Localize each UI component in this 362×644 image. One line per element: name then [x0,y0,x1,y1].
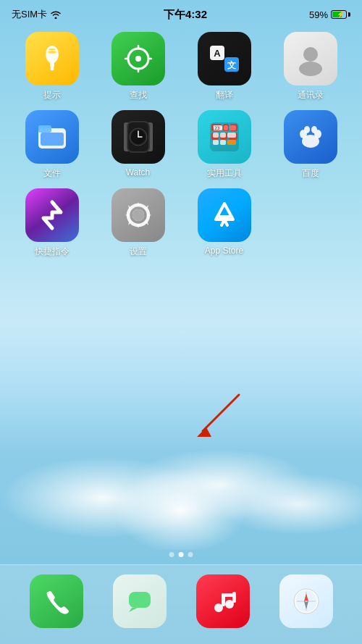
reminders-icon [25,32,79,85]
battery-icon: ⚡ [331,10,350,19]
page-dot-1 [169,552,174,557]
app-empty [267,188,353,258]
utilities-label: 实用工具 [207,167,242,180]
phone-icon [30,574,83,628]
svg-rect-40 [230,125,236,130]
reminders-label: 提示 [43,89,61,101]
contacts-label: 通讯录 [298,89,324,101]
status-time: 下午4:32 [164,8,207,22]
appstore-label: App Store [205,246,243,256]
app-appstore[interactable]: App Store [181,188,267,258]
svg-rect-44 [213,140,219,145]
svg-line-59 [203,395,239,431]
safari-icon [279,574,333,628]
battery-percent: 59% [309,9,328,20]
svg-rect-41 [213,133,219,138]
app-translate[interactable]: A 文 翻译 [181,32,267,101]
shortcuts-label: 快捷指令 [35,246,70,258]
svg-rect-4 [49,49,55,51]
svg-text:123: 123 [211,125,219,130]
app-files[interactable]: 文件 [9,110,95,180]
files-label: 文件 [43,167,61,180]
baidu-label: 百度 [302,167,319,180]
utilities-icon: 123 [198,110,251,164]
svg-rect-21 [38,125,51,133]
app-grid: 提示 查找 A 文 翻译 [0,26,362,267]
baidu-icon [284,110,337,164]
svg-rect-67 [222,593,235,597]
svg-rect-42 [220,133,226,138]
dock [0,564,362,644]
svg-point-51 [304,126,310,133]
appstore-icon [198,188,251,242]
svg-point-15 [303,47,318,62]
dock-safari[interactable] [279,574,333,628]
app-findmy[interactable]: 查找 [95,32,181,101]
translate-label: 翻译 [216,89,233,101]
watch-icon [111,110,165,164]
status-left: 无SIM卡 [12,8,62,21]
svg-point-6 [135,56,141,62]
page-indicator [169,552,193,557]
app-shortcuts[interactable]: 快捷指令 [9,188,95,258]
svg-rect-39 [224,125,228,130]
findmy-label: 查找 [130,89,147,101]
wifi-icon [50,10,62,19]
music-icon [196,574,250,628]
app-contacts[interactable]: 通讯录 [267,32,353,101]
settings-label: 设置 [130,246,147,258]
svg-rect-45 [220,140,226,145]
messages-icon [113,574,167,628]
svg-point-1 [48,51,56,54]
shortcuts-icon [25,188,79,242]
app-utilities[interactable]: 123 实用工具 [181,110,267,180]
svg-rect-61 [129,592,151,608]
status-bar: 无SIM卡 下午4:32 59% ⚡ [0,0,362,26]
dock-music[interactable] [196,574,250,628]
watch-label: Watch [126,167,151,177]
carrier-text: 无SIM卡 [12,8,47,21]
app-baidu[interactable]: 百度 [267,110,353,180]
status-right: 59% ⚡ [309,9,350,20]
arrow-annotation [181,388,253,448]
page-dot-2 [179,552,184,557]
contacts-icon [284,32,337,85]
svg-point-55 [132,209,144,221]
svg-point-16 [299,62,322,76]
svg-rect-46 [227,140,236,145]
app-watch[interactable]: Watch [95,110,181,180]
translate-icon: A 文 [198,32,251,85]
svg-text:文: 文 [227,60,236,70]
svg-marker-62 [129,608,138,612]
svg-rect-2 [50,60,54,67]
dock-phone[interactable] [30,574,83,628]
svg-rect-22 [41,133,64,146]
svg-point-52 [311,126,317,133]
svg-point-3 [50,67,54,71]
findmy-icon [111,32,165,85]
dock-messages[interactable] [113,574,167,628]
app-reminders[interactable]: 提示 [9,32,95,101]
files-icon [25,110,79,164]
page-dot-3 [188,552,193,557]
settings-icon [111,188,165,242]
svg-text:A: A [214,48,221,59]
app-settings[interactable]: 设置 [95,188,181,258]
svg-rect-43 [227,133,236,138]
